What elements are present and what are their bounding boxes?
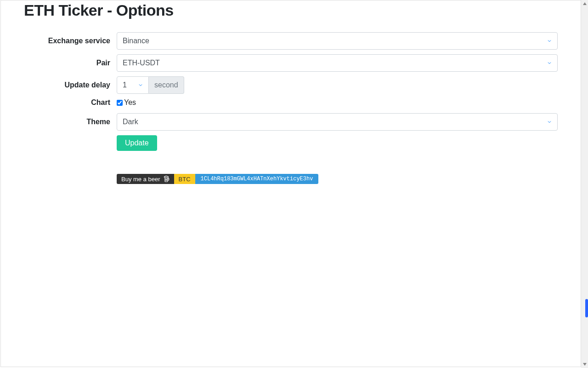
row-chart: Chart Yes xyxy=(24,98,558,107)
scroll-down-icon xyxy=(582,362,587,367)
donation-beer-segment: Buy me a beer xyxy=(117,174,174,184)
theme-select[interactable]: Dark xyxy=(117,113,558,131)
beer-icon xyxy=(163,175,170,183)
chart-checkbox-label: Yes xyxy=(124,98,136,107)
svg-marker-0 xyxy=(583,2,587,5)
donation-address-segment: 1CL4hRq183mGWL4xHATnXehYkvticyE3hv xyxy=(195,174,319,184)
page-title: ETH Ticker - Options xyxy=(24,1,558,19)
label-theme: Theme xyxy=(24,118,117,126)
row-pair: Pair ETH-USDT xyxy=(24,54,558,72)
label-chart: Chart xyxy=(24,98,117,107)
label-pair: Pair xyxy=(24,59,117,67)
row-exchange-service: Exchange service Binance xyxy=(24,32,558,50)
scroll-thumb-accent xyxy=(585,299,588,317)
row-theme: Theme Dark xyxy=(24,113,558,131)
donation-beer-text: Buy me a beer xyxy=(121,176,160,183)
label-exchange-service: Exchange service xyxy=(24,37,117,45)
donation-currency-segment: BTC xyxy=(174,174,195,184)
update-button[interactable]: Update xyxy=(117,135,157,151)
svg-marker-1 xyxy=(583,363,587,366)
scroll-up-icon xyxy=(582,1,587,6)
chart-checkbox[interactable] xyxy=(117,100,123,106)
row-update-delay: Update delay 1 second xyxy=(24,76,558,94)
update-delay-unit: second xyxy=(149,76,184,94)
pair-select[interactable]: ETH-USDT xyxy=(117,54,558,72)
row-submit: Update xyxy=(24,135,558,151)
label-update-delay: Update delay xyxy=(24,81,117,89)
update-delay-select[interactable]: 1 xyxy=(117,76,149,94)
donation-badge[interactable]: Buy me a beer BTC 1CL4hRq183mGWL4xHATnXe… xyxy=(117,174,558,184)
exchange-service-select[interactable]: Binance xyxy=(117,32,558,50)
